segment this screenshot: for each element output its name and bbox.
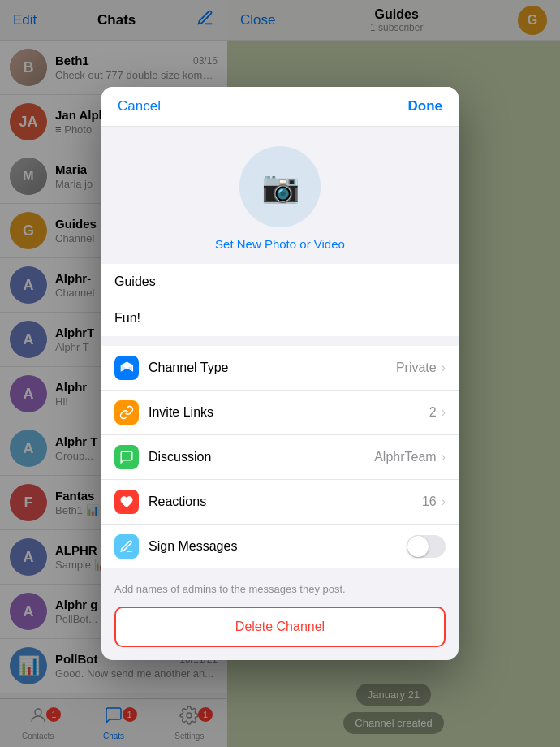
channel-type-label: Channel Type xyxy=(149,361,396,375)
channel-type-row[interactable]: Channel Type Private › xyxy=(101,346,459,391)
reactions-icon xyxy=(114,490,139,514)
modal-header: Cancel Done xyxy=(101,87,459,127)
edit-channel-modal: Cancel Done 📷 Set New Photo or Video Gui… xyxy=(101,87,459,660)
done-button[interactable]: Done xyxy=(408,98,443,114)
channel-name-section: Guides Fun! xyxy=(101,264,459,336)
sign-messages-icon xyxy=(114,534,139,559)
channel-description-input[interactable]: Fun! xyxy=(101,300,459,336)
invite-links-label: Invite Links xyxy=(149,405,429,420)
chevron-right-icon: › xyxy=(442,361,446,375)
channel-type-value: Private xyxy=(396,361,437,375)
chevron-right-icon: › xyxy=(442,494,446,509)
discussion-icon xyxy=(114,445,139,469)
discussion-label: Discussion xyxy=(149,450,374,464)
reactions-value: 16 xyxy=(422,494,437,509)
cancel-button[interactable]: Cancel xyxy=(118,98,161,114)
settings-section: Channel Type Private › Invite Links 2 › xyxy=(101,346,459,568)
toggle-knob xyxy=(407,536,429,557)
reactions-label: Reactions xyxy=(149,494,422,509)
camera-icon: 📷 xyxy=(261,169,299,205)
reactions-row[interactable]: Reactions 16 › xyxy=(101,480,459,525)
channel-name-input[interactable]: Guides xyxy=(101,264,459,300)
chevron-right-icon: › xyxy=(442,405,446,420)
modal-overlay: Cancel Done 📷 Set New Photo or Video Gui… xyxy=(0,0,560,747)
invite-links-row[interactable]: Invite Links 2 › xyxy=(101,391,459,435)
discussion-row[interactable]: Discussion AlphrTeam › xyxy=(101,435,459,480)
invite-links-value: 2 xyxy=(429,405,437,420)
sign-messages-row[interactable]: Sign Messages xyxy=(101,525,459,568)
set-photo-label[interactable]: Set New Photo or Video xyxy=(215,237,345,251)
modal-scroll[interactable]: 📷 Set New Photo or Video Guides Fun! xyxy=(101,127,459,660)
sign-messages-label: Sign Messages xyxy=(149,539,407,554)
photo-section: 📷 Set New Photo or Video xyxy=(101,127,459,264)
photo-circle[interactable]: 📷 xyxy=(239,146,321,227)
delete-channel-button[interactable]: Delete Channel xyxy=(116,608,444,646)
chevron-right-icon: › xyxy=(442,450,446,464)
channel-type-icon xyxy=(114,356,139,380)
sign-hint: Add names of admins to the messages they… xyxy=(101,578,459,607)
discussion-value: AlphrTeam xyxy=(374,450,436,464)
sign-messages-toggle[interactable] xyxy=(407,535,446,558)
invite-links-icon xyxy=(114,400,139,425)
delete-channel-section[interactable]: Delete Channel xyxy=(114,607,446,647)
